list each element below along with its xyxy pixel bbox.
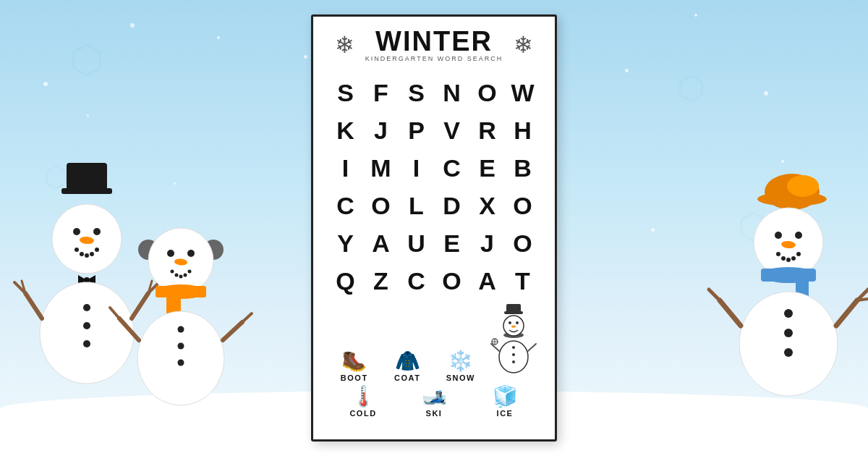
grid-cell: O [505,187,540,224]
word-grid: SFSNOWKJPVRHIMICEBCOLDXOYAUEJOQZCOAT [328,74,540,300]
svg-point-41 [178,360,184,366]
svg-point-27 [167,250,174,257]
svg-line-45 [242,313,252,322]
grid-cell: U [399,224,434,262]
svg-point-33 [184,274,187,277]
svg-point-55 [786,258,791,262]
svg-line-42 [119,318,139,340]
svg-rect-36 [156,286,206,297]
snowman-left-small [123,206,239,416]
grid-cell: O [434,262,469,300]
svg-point-64 [784,348,793,357]
svg-line-67 [836,300,857,326]
svg-point-3 [73,228,80,235]
svg-point-15 [83,304,90,311]
svg-line-44 [223,322,242,340]
svg-point-39 [178,326,184,333]
grid-cell: O [363,187,399,224]
snowman-right [723,177,854,416]
word-search-card: ❄ WINTER KINDERGARTEN WORD SEARCH ❄ SFSN… [311,14,557,442]
grid-cell: D [434,187,469,224]
snowflake-icon-left: ❄ [335,33,354,56]
svg-point-50 [775,232,782,239]
grid-cell: R [469,111,505,149]
svg-point-16 [83,322,90,329]
grid-cell: C [328,187,363,224]
grid-cell: I [399,149,434,187]
word-item-cold: 🌡️ COLD [338,387,388,418]
svg-line-69 [857,299,868,300]
svg-point-57 [796,252,801,256]
svg-point-48 [787,175,819,197]
grid-cell: J [469,224,505,262]
grid-cell: Z [363,262,399,300]
svg-point-7 [80,252,84,256]
svg-line-18 [25,293,42,318]
svg-point-40 [178,343,184,350]
grid-cell: S [399,74,434,111]
grid-cell: X [469,187,505,224]
svg-point-6 [75,248,79,252]
svg-rect-71 [506,304,521,313]
word-item-ice: 🧊 ICE [480,387,530,418]
word-list: 🥾 BOOT🧥 COAT❄️ SNOW [328,310,540,418]
svg-point-28 [187,250,195,257]
word-row-2: 🌡️ COLD🎿 SKI🧊 ICE [328,387,540,418]
grid-cell: E [434,224,469,262]
word-item-boot: 🥾 BOOT [329,351,380,382]
grid-cell: O [505,224,540,262]
grid-cell: N [434,74,469,111]
svg-point-77 [499,341,528,373]
grid-cell: T [505,262,540,300]
cold-label: COLD [349,409,376,418]
title-subtitle: KINDERGARTEN WORD SEARCH [365,55,503,62]
svg-line-66 [709,290,720,300]
grid-cell: P [399,111,434,149]
grid-cell: L [399,187,434,224]
word-item-snow: ❄️ SNOW [435,351,486,382]
grid-cell: C [434,149,469,187]
word-item-coat: 🧥 COAT [382,351,433,382]
svg-point-74 [509,321,511,324]
svg-point-14 [40,282,134,384]
boot-label: BOOT [341,373,368,382]
svg-point-30 [171,270,174,274]
svg-point-53 [776,252,780,256]
ski-label: SKI [426,409,443,418]
word-item-ski: 🎿 SKI [409,387,459,418]
ice-icon: 🧊 [493,387,518,407]
boot-icon: 🥾 [341,351,367,371]
decorative-snowman [488,310,539,382]
grid-cell: K [328,111,363,149]
grid-cell: H [505,111,540,149]
coat-icon: 🧥 [395,351,420,371]
grid-cell: I [328,149,363,187]
svg-rect-59 [761,269,816,282]
grid-cell: A [363,224,399,262]
svg-point-9 [90,252,94,256]
title-main: WINTER [365,28,503,55]
grid-cell: S [328,74,363,111]
svg-line-82 [528,344,536,351]
svg-point-32 [179,275,183,279]
grid-cell: C [399,262,434,300]
svg-point-62 [784,309,793,318]
ski-icon: 🎿 [422,387,447,407]
svg-point-31 [175,274,179,277]
grid-cell: Q [328,262,363,300]
svg-rect-1 [67,163,107,190]
grid-cell: B [505,149,540,187]
svg-line-65 [720,300,741,326]
grid-cell: Y [328,224,363,262]
grid-cell: F [363,74,399,111]
grid-cell: E [469,149,505,187]
grid-cell: A [469,262,505,300]
svg-point-8 [85,253,89,258]
svg-point-56 [791,256,796,261]
ice-label: ICE [497,409,514,418]
svg-point-75 [516,321,519,324]
grid-cell: J [363,111,399,149]
svg-point-51 [795,232,802,239]
grid-cell: O [469,74,505,111]
svg-point-4 [93,228,101,235]
